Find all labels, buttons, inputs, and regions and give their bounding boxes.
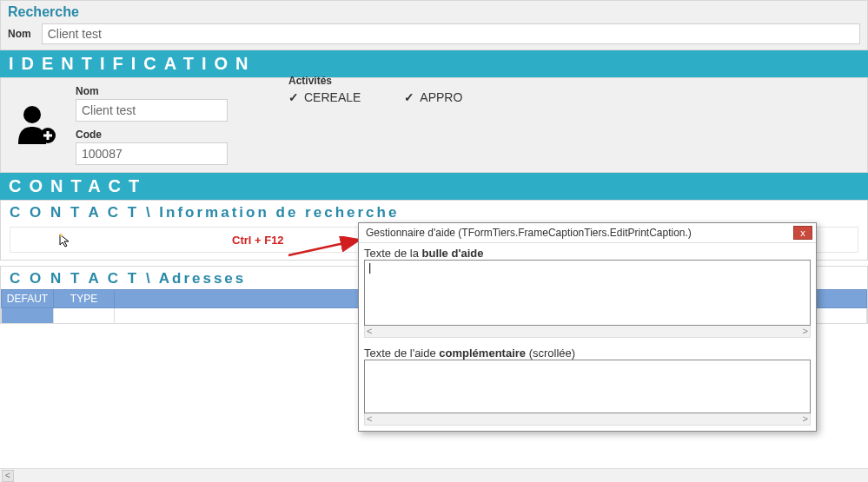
label-extra-suffix: (scrollée): [526, 347, 575, 360]
activity-cereale-label: CEREALE: [304, 90, 361, 104]
recherche-row: Nom: [8, 23, 860, 44]
activities-group: Activités ✓ CEREALE ✓ APPRO: [288, 85, 462, 165]
recherche-title: Recherche: [8, 4, 860, 20]
recherche-nom-label: Nom: [8, 28, 31, 40]
scroll-left-icon[interactable]: <: [2, 470, 14, 482]
avatar-add-icon: [10, 99, 62, 151]
ident-code-input[interactable]: [76, 142, 228, 165]
check-icon: ✓: [288, 90, 299, 104]
row-indicator[interactable]: [2, 308, 54, 324]
th-defaut[interactable]: DEFAUT: [2, 290, 54, 308]
activity-appro-label: APPRO: [420, 90, 462, 104]
memo-extra[interactable]: [364, 360, 811, 413]
activity-cereale[interactable]: ✓ CEREALE: [288, 90, 361, 104]
shortcut-label: Ctrl + F12: [232, 234, 284, 247]
scroll-left-icon[interactable]: <: [367, 413, 372, 425]
th-type[interactable]: TYPE: [54, 290, 115, 308]
recherche-nom-input[interactable]: [42, 23, 860, 44]
dialog-body: Texte de la bulle d'aide <> Texte de l'a…: [359, 243, 816, 431]
activities-label: Activités: [288, 75, 462, 87]
label-bubble: Texte de la bulle d'aide: [364, 247, 811, 260]
svg-point-4: [59, 234, 62, 236]
dialog-title-text: Gestionnaire d'aide (TFormTiers.FrameCap…: [366, 227, 692, 239]
window-horizontal-scrollbar[interactable]: <: [0, 468, 868, 482]
scroll-right-icon[interactable]: >: [803, 413, 808, 425]
band-contact: CONTACT: [0, 173, 868, 200]
contact-info-recherche-title: C O N T A C T \ Information de recherche: [1, 201, 867, 223]
ident-nom-input[interactable]: [76, 99, 228, 122]
label-bubble-bold: bulle d'aide: [422, 247, 484, 260]
check-icon: ✓: [404, 90, 414, 104]
label-extra: Texte de l'aide complémentaire (scrollée…: [364, 347, 811, 360]
band-identification: IDENTIFICATION: [0, 50, 868, 77]
dialog-close-button[interactable]: x: [793, 226, 812, 240]
ident-nom-label: Nom: [76, 85, 228, 97]
ident-code-label: Code: [76, 129, 228, 141]
svg-rect-3: [43, 135, 52, 137]
cursor-icon: [58, 233, 74, 251]
scroll-left-icon[interactable]: <: [367, 326, 372, 337]
memo-extra-hscroll[interactable]: <>: [364, 413, 811, 426]
label-extra-bold: complémentaire: [439, 347, 526, 360]
svg-point-0: [23, 106, 41, 123]
activity-appro[interactable]: ✓ APPRO: [404, 90, 462, 104]
dialog-titlebar[interactable]: Gestionnaire d'aide (TFormTiers.FrameCap…: [359, 223, 816, 243]
identification-fields: Nom Code Activités ✓ CEREALE ✓ APPRO: [76, 85, 858, 165]
recherche-panel: Recherche Nom: [0, 0, 868, 50]
identification-panel: Nom Code Activités ✓ CEREALE ✓ APPRO: [0, 77, 868, 173]
label-bubble-prefix: Texte de la: [364, 247, 422, 260]
memo-bubble[interactable]: [364, 260, 811, 326]
help-manager-dialog: Gestionnaire d'aide (TFormTiers.FrameCap…: [358, 222, 817, 432]
label-extra-prefix: Texte de l'aide: [364, 347, 439, 360]
memo-bubble-hscroll[interactable]: <>: [364, 326, 811, 338]
scroll-right-icon[interactable]: >: [803, 326, 808, 337]
